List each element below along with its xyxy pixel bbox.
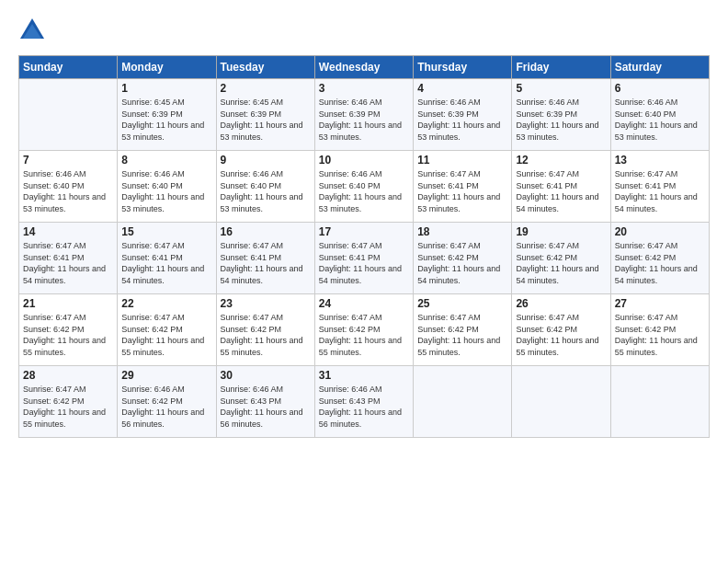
day-info: Sunrise: 6:47 AM Sunset: 6:42 PM Dayligh…: [516, 312, 606, 358]
week-row-2: 7Sunrise: 6:46 AM Sunset: 6:40 PM Daylig…: [19, 151, 710, 223]
day-number: 7: [23, 154, 113, 167]
day-number: 13: [615, 154, 705, 167]
day-number: 18: [417, 225, 507, 238]
day-info: Sunrise: 6:46 AM Sunset: 6:40 PM Dayligh…: [121, 168, 211, 214]
day-info: Sunrise: 6:45 AM Sunset: 6:39 PM Dayligh…: [221, 97, 311, 143]
day-number: 10: [319, 154, 409, 167]
day-number: 31: [319, 369, 409, 382]
day-info: Sunrise: 6:47 AM Sunset: 6:41 PM Dayligh…: [121, 240, 211, 286]
day-number: 8: [121, 154, 211, 167]
day-cell: 22Sunrise: 6:47 AM Sunset: 6:42 PM Dayli…: [118, 294, 216, 366]
day-cell: 2Sunrise: 6:45 AM Sunset: 6:39 PM Daylig…: [216, 79, 314, 151]
day-number: 5: [516, 82, 606, 95]
day-cell: 25Sunrise: 6:47 AM Sunset: 6:42 PM Dayli…: [414, 294, 512, 366]
day-number: 2: [221, 82, 311, 95]
day-info: Sunrise: 6:46 AM Sunset: 6:42 PM Dayligh…: [121, 384, 211, 430]
day-info: Sunrise: 6:47 AM Sunset: 6:42 PM Dayligh…: [23, 312, 113, 358]
day-number: 3: [319, 82, 409, 95]
header: [18, 17, 710, 44]
day-number: 21: [23, 297, 113, 310]
day-info: Sunrise: 6:46 AM Sunset: 6:43 PM Dayligh…: [319, 384, 409, 430]
week-row-3: 14Sunrise: 6:47 AM Sunset: 6:41 PM Dayli…: [19, 223, 710, 294]
day-cell: 9Sunrise: 6:46 AM Sunset: 6:40 PM Daylig…: [216, 151, 314, 223]
day-number: 6: [615, 82, 705, 95]
day-cell: 11Sunrise: 6:47 AM Sunset: 6:41 PM Dayli…: [414, 151, 512, 223]
day-info: Sunrise: 6:47 AM Sunset: 6:42 PM Dayligh…: [615, 312, 705, 358]
day-cell: 29Sunrise: 6:46 AM Sunset: 6:42 PM Dayli…: [118, 366, 216, 438]
day-number: 19: [516, 225, 606, 238]
header-row: SundayMondayTuesdayWednesdayThursdayFrid…: [19, 56, 710, 79]
day-cell: 26Sunrise: 6:47 AM Sunset: 6:42 PM Dayli…: [512, 294, 610, 366]
day-number: 15: [121, 225, 211, 238]
day-cell: 3Sunrise: 6:46 AM Sunset: 6:39 PM Daylig…: [314, 79, 413, 151]
day-number: 9: [221, 154, 311, 167]
day-cell: 13Sunrise: 6:47 AM Sunset: 6:41 PM Dayli…: [610, 151, 709, 223]
day-cell: 18Sunrise: 6:47 AM Sunset: 6:42 PM Dayli…: [414, 223, 512, 294]
day-info: Sunrise: 6:47 AM Sunset: 6:41 PM Dayligh…: [516, 168, 606, 214]
day-cell: 16Sunrise: 6:47 AM Sunset: 6:41 PM Dayli…: [216, 223, 314, 294]
day-number: 22: [121, 297, 211, 310]
day-info: Sunrise: 6:47 AM Sunset: 6:42 PM Dayligh…: [121, 312, 211, 358]
day-cell: 17Sunrise: 6:47 AM Sunset: 6:41 PM Dayli…: [314, 223, 413, 294]
day-info: Sunrise: 6:47 AM Sunset: 6:42 PM Dayligh…: [23, 384, 113, 430]
day-cell: 30Sunrise: 6:46 AM Sunset: 6:43 PM Dayli…: [216, 366, 314, 438]
day-info: Sunrise: 6:47 AM Sunset: 6:42 PM Dayligh…: [516, 240, 606, 286]
day-cell: 19Sunrise: 6:47 AM Sunset: 6:42 PM Dayli…: [512, 223, 610, 294]
day-number: 1: [121, 82, 211, 95]
day-cell: 10Sunrise: 6:46 AM Sunset: 6:40 PM Dayli…: [314, 151, 413, 223]
logo: [18, 17, 50, 44]
day-number: 27: [615, 297, 705, 310]
calendar-table: SundayMondayTuesdayWednesdayThursdayFrid…: [18, 55, 710, 438]
day-number: 25: [417, 297, 507, 310]
day-number: 11: [417, 154, 507, 167]
day-number: 24: [319, 297, 409, 310]
day-info: Sunrise: 6:46 AM Sunset: 6:39 PM Dayligh…: [516, 97, 606, 143]
day-cell: 1Sunrise: 6:45 AM Sunset: 6:39 PM Daylig…: [118, 79, 216, 151]
day-number: 14: [23, 225, 113, 238]
day-info: Sunrise: 6:46 AM Sunset: 6:43 PM Dayligh…: [221, 384, 311, 430]
day-cell: [610, 366, 709, 438]
day-cell: 28Sunrise: 6:47 AM Sunset: 6:42 PM Dayli…: [19, 366, 118, 438]
day-cell: [414, 366, 512, 438]
col-header-saturday: Saturday: [610, 56, 709, 79]
col-header-wednesday: Wednesday: [314, 56, 413, 79]
week-row-5: 28Sunrise: 6:47 AM Sunset: 6:42 PM Dayli…: [19, 366, 710, 438]
day-cell: 5Sunrise: 6:46 AM Sunset: 6:39 PM Daylig…: [512, 79, 610, 151]
day-number: 20: [615, 225, 705, 238]
day-number: 4: [417, 82, 507, 95]
day-info: Sunrise: 6:47 AM Sunset: 6:41 PM Dayligh…: [319, 240, 409, 286]
week-row-4: 21Sunrise: 6:47 AM Sunset: 6:42 PM Dayli…: [19, 294, 710, 366]
col-header-friday: Friday: [512, 56, 610, 79]
day-info: Sunrise: 6:47 AM Sunset: 6:42 PM Dayligh…: [615, 240, 705, 286]
logo-icon: [18, 17, 46, 44]
col-header-tuesday: Tuesday: [216, 56, 314, 79]
day-number: 17: [319, 225, 409, 238]
day-cell: 27Sunrise: 6:47 AM Sunset: 6:42 PM Dayli…: [610, 294, 709, 366]
day-cell: 6Sunrise: 6:46 AM Sunset: 6:40 PM Daylig…: [610, 79, 709, 151]
day-cell: 7Sunrise: 6:46 AM Sunset: 6:40 PM Daylig…: [19, 151, 118, 223]
day-info: Sunrise: 6:47 AM Sunset: 6:41 PM Dayligh…: [417, 168, 507, 214]
day-info: Sunrise: 6:47 AM Sunset: 6:42 PM Dayligh…: [319, 312, 409, 358]
day-info: Sunrise: 6:47 AM Sunset: 6:41 PM Dayligh…: [615, 168, 705, 214]
day-cell: 20Sunrise: 6:47 AM Sunset: 6:42 PM Dayli…: [610, 223, 709, 294]
day-info: Sunrise: 6:47 AM Sunset: 6:42 PM Dayligh…: [221, 312, 311, 358]
week-row-1: 1Sunrise: 6:45 AM Sunset: 6:39 PM Daylig…: [19, 79, 710, 151]
day-cell: 15Sunrise: 6:47 AM Sunset: 6:41 PM Dayli…: [118, 223, 216, 294]
day-info: Sunrise: 6:47 AM Sunset: 6:41 PM Dayligh…: [221, 240, 311, 286]
day-cell: 8Sunrise: 6:46 AM Sunset: 6:40 PM Daylig…: [118, 151, 216, 223]
day-info: Sunrise: 6:46 AM Sunset: 6:39 PM Dayligh…: [319, 97, 409, 143]
day-number: 23: [221, 297, 311, 310]
day-cell: 14Sunrise: 6:47 AM Sunset: 6:41 PM Dayli…: [19, 223, 118, 294]
day-cell: 12Sunrise: 6:47 AM Sunset: 6:41 PM Dayli…: [512, 151, 610, 223]
day-number: 16: [221, 225, 311, 238]
day-number: 30: [221, 369, 311, 382]
day-info: Sunrise: 6:46 AM Sunset: 6:39 PM Dayligh…: [417, 97, 507, 143]
day-info: Sunrise: 6:45 AM Sunset: 6:39 PM Dayligh…: [121, 97, 211, 143]
col-header-sunday: Sunday: [19, 56, 118, 79]
day-cell: 31Sunrise: 6:46 AM Sunset: 6:43 PM Dayli…: [314, 366, 413, 438]
day-cell: 4Sunrise: 6:46 AM Sunset: 6:39 PM Daylig…: [414, 79, 512, 151]
day-cell: 23Sunrise: 6:47 AM Sunset: 6:42 PM Dayli…: [216, 294, 314, 366]
page: SundayMondayTuesdayWednesdayThursdayFrid…: [0, 0, 728, 447]
day-info: Sunrise: 6:47 AM Sunset: 6:42 PM Dayligh…: [417, 240, 507, 286]
day-number: 26: [516, 297, 606, 310]
